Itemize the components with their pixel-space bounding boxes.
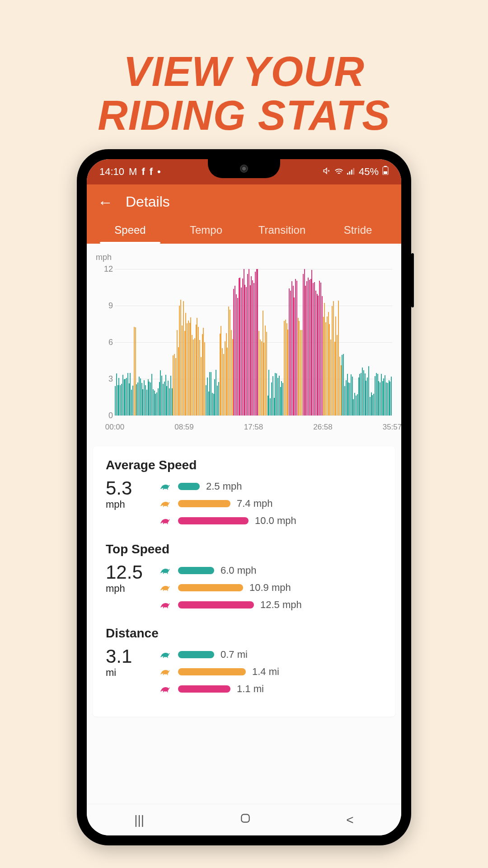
stats-card: Average Speed5.3mph2.5 mph7.4 mph10.0 mp… bbox=[93, 446, 395, 717]
chart-ytick: 9 bbox=[97, 301, 113, 311]
stat-bar-label: 6.0 mph bbox=[221, 565, 257, 576]
svg-rect-0 bbox=[347, 173, 348, 175]
stat-bar bbox=[178, 601, 254, 609]
chart-xtick: 08:59 bbox=[174, 423, 194, 432]
chart-ytick: 6 bbox=[97, 338, 113, 347]
back-arrow-icon[interactable]: ← bbox=[98, 194, 113, 210]
stat-bar-row: 10.0 mph bbox=[160, 515, 382, 527]
tab-transition[interactable]: Transition bbox=[244, 217, 320, 244]
stat-unit: mph bbox=[106, 499, 160, 510]
facebook-icon: f bbox=[141, 166, 145, 178]
horse-icon bbox=[160, 668, 172, 676]
stat-bar-row: 1.1 mi bbox=[160, 683, 382, 695]
chart-xtick: 26:58 bbox=[313, 423, 333, 432]
speed-chart: mph 03691200:0008:5917:5826:5835:57 bbox=[87, 244, 401, 438]
android-nav-bar: ||| < bbox=[87, 804, 401, 835]
phone-screen: 14:10 M f f • 45% bbox=[87, 159, 401, 835]
phone-notch bbox=[208, 159, 280, 178]
wifi-icon bbox=[334, 166, 343, 178]
chart-ylabel: mph bbox=[96, 253, 112, 262]
svg-rect-2 bbox=[351, 170, 352, 175]
stat-distance: Distance3.1mi0.7 mi1.4 mi1.1 mi bbox=[106, 626, 382, 695]
more-notifications-icon: • bbox=[157, 166, 161, 178]
horse-icon bbox=[160, 601, 172, 609]
stat-bar bbox=[178, 500, 230, 507]
stat-bar-label: 0.7 mi bbox=[221, 649, 248, 660]
horse-icon bbox=[160, 500, 172, 508]
chart-xtick: 17:58 bbox=[244, 423, 263, 432]
hero-line-2: RIDING STATS bbox=[0, 94, 488, 137]
horse-icon bbox=[160, 685, 172, 693]
tab-speed[interactable]: Speed bbox=[92, 217, 168, 244]
stat-unit: mi bbox=[106, 667, 160, 679]
app-header: ← Details SpeedTempoTransitionStride bbox=[87, 184, 401, 244]
stat-top-speed: Top Speed12.5mph6.0 mph10.9 mph12.5 mph bbox=[106, 542, 382, 611]
chart-xtick: 35:57 bbox=[383, 423, 401, 432]
stat-bar-row: 6.0 mph bbox=[160, 565, 382, 576]
stat-title: Average Speed bbox=[106, 458, 382, 472]
phone-side-button bbox=[411, 253, 414, 307]
hero-title: VIEW YOUR RIDING STATS bbox=[0, 0, 488, 137]
horse-icon bbox=[160, 482, 172, 491]
recents-icon[interactable]: ||| bbox=[134, 813, 144, 827]
stat-title: Distance bbox=[106, 626, 382, 641]
signal-icon bbox=[347, 166, 355, 178]
stat-bar-row: 12.5 mph bbox=[160, 599, 382, 611]
stat-bar-row: 10.9 mph bbox=[160, 582, 382, 594]
stat-value: 5.3 bbox=[106, 479, 160, 498]
page-title: Details bbox=[126, 193, 170, 210]
stat-bar-label: 7.4 mph bbox=[237, 498, 273, 509]
horse-icon bbox=[160, 651, 172, 659]
horse-icon bbox=[160, 566, 172, 575]
svg-rect-6 bbox=[384, 171, 387, 174]
stat-bar-label: 2.5 mph bbox=[206, 481, 242, 492]
back-icon[interactable]: < bbox=[346, 813, 353, 827]
phone-frame: 14:10 M f f • 45% bbox=[77, 149, 411, 845]
stat-bar-row: 1.4 mi bbox=[160, 666, 382, 678]
stat-bar-row: 7.4 mph bbox=[160, 498, 382, 509]
stat-bar bbox=[178, 685, 230, 693]
stat-bar bbox=[178, 651, 214, 658]
stat-average-speed: Average Speed5.3mph2.5 mph7.4 mph10.0 mp… bbox=[106, 458, 382, 527]
tab-stride[interactable]: Stride bbox=[320, 217, 396, 244]
stat-bar-label: 10.0 mph bbox=[255, 515, 296, 527]
stat-bar-label: 1.1 mi bbox=[237, 683, 264, 695]
stat-title: Top Speed bbox=[106, 542, 382, 557]
stat-bar-label: 10.9 mph bbox=[249, 582, 291, 594]
stat-bar-row: 2.5 mph bbox=[160, 481, 382, 492]
stat-bar-row: 0.7 mi bbox=[160, 649, 382, 660]
stat-bar bbox=[178, 567, 214, 574]
stat-value: 12.5 bbox=[106, 563, 160, 582]
gmail-icon: M bbox=[129, 166, 137, 178]
stat-value: 3.1 bbox=[106, 647, 160, 666]
horse-icon bbox=[160, 584, 172, 592]
chart-canvas: 03691200:0008:5917:5826:5835:57 bbox=[115, 269, 392, 415]
status-time: 14:10 bbox=[99, 166, 124, 178]
tabs: SpeedTempoTransitionStride bbox=[87, 217, 401, 244]
chart-xtick: 00:00 bbox=[105, 423, 125, 432]
stat-unit: mph bbox=[106, 583, 160, 594]
tab-tempo[interactable]: Tempo bbox=[168, 217, 244, 244]
stat-bar bbox=[178, 483, 200, 490]
facebook-icon: f bbox=[150, 166, 153, 178]
mute-icon bbox=[323, 166, 331, 178]
chart-ytick: 12 bbox=[97, 264, 113, 274]
home-icon[interactable] bbox=[239, 812, 251, 827]
content-area[interactable]: mph 03691200:0008:5917:5826:5835:57 Aver… bbox=[87, 244, 401, 804]
stat-bar bbox=[178, 668, 246, 675]
stat-bar bbox=[178, 584, 243, 591]
svg-rect-7 bbox=[241, 814, 249, 822]
hero-line-1: VIEW YOUR bbox=[0, 50, 488, 94]
stat-bar-label: 12.5 mph bbox=[260, 599, 302, 611]
stat-bar bbox=[178, 517, 249, 524]
horse-icon bbox=[160, 517, 172, 525]
stat-bar-label: 1.4 mi bbox=[252, 666, 279, 678]
status-battery: 45% bbox=[359, 166, 379, 178]
battery-icon bbox=[382, 166, 389, 178]
svg-rect-1 bbox=[349, 171, 350, 175]
svg-rect-3 bbox=[353, 168, 354, 175]
chart-ytick: 0 bbox=[97, 411, 113, 420]
chart-ytick: 3 bbox=[97, 374, 113, 384]
